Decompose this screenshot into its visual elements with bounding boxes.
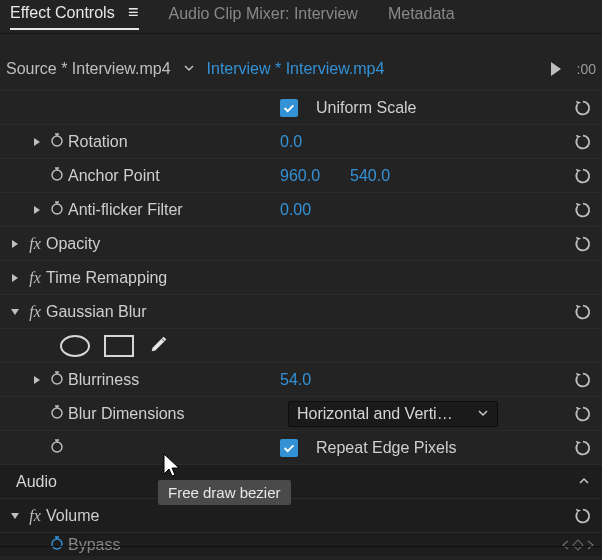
repeat-stopwatch-icon[interactable] xyxy=(46,438,68,458)
uniform-scale-checkbox[interactable] xyxy=(280,99,298,117)
blurriness-twisty[interactable] xyxy=(28,375,46,385)
rotation-label: Rotation xyxy=(68,133,128,151)
volume-label: Volume xyxy=(46,507,99,525)
reset-icon[interactable] xyxy=(572,97,594,119)
effect-gaussian-blur: fx Gaussian Blur xyxy=(0,294,602,328)
audio-label: Audio xyxy=(16,473,57,491)
anchor-label: Anchor Point xyxy=(68,167,160,185)
repeat-edge-checkbox[interactable] xyxy=(280,439,298,457)
prop-blur-dimensions: Blur Dimensions Horizontal and Verti… xyxy=(0,396,602,430)
mask-rectangle-icon[interactable] xyxy=(104,335,134,357)
tab-label: Effect Controls xyxy=(10,4,115,21)
timeline-start: :00 xyxy=(577,61,596,77)
svg-point-4 xyxy=(52,408,62,418)
reset-icon[interactable] xyxy=(572,505,594,527)
effect-list: Uniform Scale Rotation 0.0 Anchor Point … xyxy=(0,90,602,556)
blurriness-label: Blurriness xyxy=(68,371,139,389)
svg-point-2 xyxy=(52,204,62,214)
reset-icon[interactable] xyxy=(572,165,594,187)
opacity-twisty[interactable] xyxy=(6,239,24,249)
play-icon[interactable] xyxy=(551,62,561,76)
blurriness-value[interactable]: 54.0 xyxy=(280,371,311,389)
blurdim-label: Blur Dimensions xyxy=(68,405,184,423)
blurriness-stopwatch-icon[interactable] xyxy=(46,370,68,390)
timeremap-label: Time Remapping xyxy=(46,269,167,287)
svg-point-1 xyxy=(52,170,62,180)
panel-menu-icon[interactable]: ≡ xyxy=(128,2,139,22)
effect-volume: fx Volume xyxy=(0,498,602,532)
reset-icon[interactable] xyxy=(572,369,594,391)
reset-icon[interactable] xyxy=(572,301,594,323)
antiflicker-label: Anti-flicker Filter xyxy=(68,201,183,219)
sequence-clip-link[interactable]: Interview * Interview.mp4 xyxy=(207,60,385,78)
panel-tabs: Effect Controls ≡ Audio Clip Mixer: Inte… xyxy=(0,0,602,34)
timeremap-twisty[interactable] xyxy=(6,273,24,283)
repeat-edge-label: Repeat Edge Pixels xyxy=(316,439,457,457)
gaussian-twisty[interactable] xyxy=(6,307,24,317)
prop-repeat-edge: Repeat Edge Pixels xyxy=(0,430,602,464)
fx-icon[interactable]: fx xyxy=(24,235,46,253)
blurdim-stopwatch-icon[interactable] xyxy=(46,404,68,424)
tab-metadata[interactable]: Metadata xyxy=(388,5,455,29)
fx-icon[interactable]: fx xyxy=(24,269,46,287)
anchor-x[interactable]: 960.0 xyxy=(280,167,320,185)
prop-anti-flicker: Anti-flicker Filter 0.00 xyxy=(0,192,602,226)
rotation-value[interactable]: 0.0 xyxy=(280,133,302,151)
uniform-scale-label: Uniform Scale xyxy=(316,99,416,117)
volume-twisty[interactable] xyxy=(6,511,24,521)
reset-icon[interactable] xyxy=(572,199,594,221)
prop-blurriness: Blurriness 54.0 xyxy=(0,362,602,396)
audio-section-header[interactable]: Audio xyxy=(0,464,602,498)
gaussian-label: Gaussian Blur xyxy=(46,303,147,321)
reset-icon[interactable] xyxy=(572,233,594,255)
fx-icon[interactable]: fx xyxy=(24,507,46,525)
source-dropdown-icon[interactable] xyxy=(183,60,195,78)
effect-opacity: fx Opacity xyxy=(0,226,602,260)
effect-time-remapping: fx Time Remapping xyxy=(0,260,602,294)
svg-point-0 xyxy=(52,136,62,146)
source-clip-label: Source * Interview.mp4 xyxy=(6,60,171,78)
mask-ellipse-icon[interactable] xyxy=(60,335,90,357)
blur-dimensions-dropdown[interactable]: Horizontal and Verti… xyxy=(288,401,498,427)
reset-icon[interactable] xyxy=(572,403,594,425)
antiflicker-twisty[interactable] xyxy=(28,205,46,215)
mask-pen-icon[interactable] xyxy=(148,333,170,359)
opacity-label: Opacity xyxy=(46,235,100,253)
horizontal-scrollbar[interactable] xyxy=(0,546,602,556)
anchor-stopwatch-icon[interactable] xyxy=(46,166,68,186)
reset-icon[interactable] xyxy=(572,437,594,459)
anchor-y[interactable]: 540.0 xyxy=(350,167,390,185)
source-bar: Source * Interview.mp4 Interview * Inter… xyxy=(0,48,602,90)
prop-uniform-scale: Uniform Scale xyxy=(0,90,602,124)
fx-icon[interactable]: fx xyxy=(24,303,46,321)
prop-rotation: Rotation 0.0 xyxy=(0,124,602,158)
rotation-stopwatch-icon[interactable] xyxy=(46,132,68,152)
prop-anchor-point: Anchor Point 960.0 540.0 xyxy=(0,158,602,192)
svg-point-3 xyxy=(52,374,62,384)
dropdown-value: Horizontal and Verti… xyxy=(297,405,453,423)
reset-icon[interactable] xyxy=(572,131,594,153)
chevron-down-icon xyxy=(477,405,489,423)
mask-tools xyxy=(0,328,602,362)
antiflicker-stopwatch-icon[interactable] xyxy=(46,200,68,220)
tab-effect-controls[interactable]: Effect Controls ≡ xyxy=(10,3,139,30)
collapse-up-icon[interactable] xyxy=(578,473,590,491)
tab-audio-mixer[interactable]: Audio Clip Mixer: Interview xyxy=(169,5,358,29)
svg-point-5 xyxy=(52,442,62,452)
antiflicker-value[interactable]: 0.00 xyxy=(280,201,311,219)
rotation-twisty[interactable] xyxy=(28,137,46,147)
